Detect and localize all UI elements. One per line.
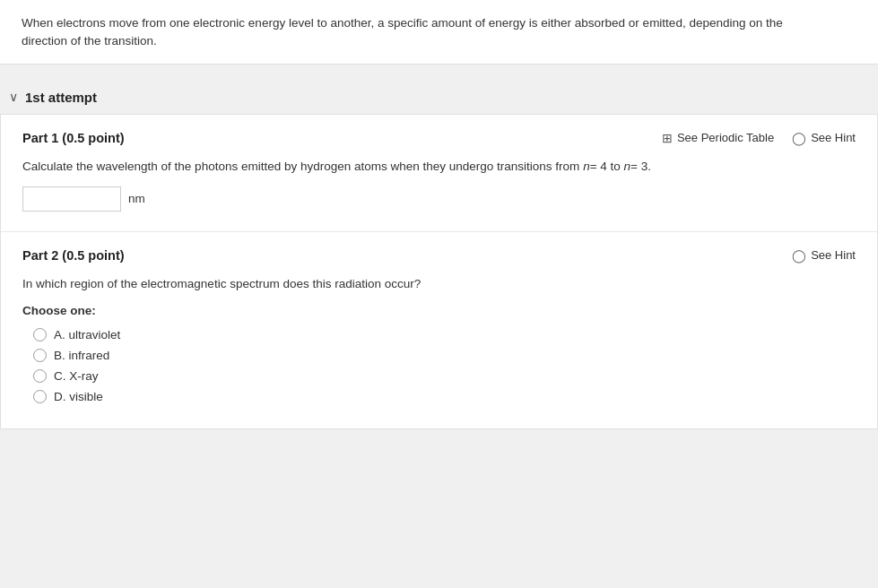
option-c-label: C. X-ray: [54, 369, 99, 383]
part1-hint-label: See Hint: [811, 131, 856, 144]
option-a[interactable]: A. ultraviolet: [33, 328, 856, 342]
part1-question: Calculate the wavelength of the photons …: [22, 158, 856, 176]
periodic-table-icon: ⊞: [662, 131, 673, 145]
option-b[interactable]: B. infrared: [33, 349, 856, 362]
attempt-section: ∨ 1st attempt Part 1 (0.5 point) ⊞ See P…: [0, 65, 878, 430]
part1-hint-link[interactable]: ◯ See Hint: [792, 131, 856, 145]
part1-section: Part 1 (0.5 point) ⊞ See Periodic Table …: [1, 115, 877, 232]
periodic-table-label: See Periodic Table: [677, 131, 774, 144]
option-d[interactable]: D. visible: [33, 390, 856, 403]
wavelength-input[interactable]: [22, 186, 121, 212]
n1-variable: n: [583, 160, 590, 173]
parts-container: Part 1 (0.5 point) ⊞ See Periodic Table …: [0, 114, 878, 430]
options-list: A. ultraviolet B. infrared C. X-ray D. v…: [22, 328, 856, 403]
hint-icon-part1: ◯: [792, 131, 806, 145]
option-d-label: D. visible: [54, 390, 103, 403]
part2-hint-link[interactable]: ◯ See Hint: [792, 248, 856, 263]
periodic-table-link[interactable]: ⊞ See Periodic Table: [662, 131, 774, 145]
part2-section: Part 2 (0.5 point) ◯ See Hint In which r…: [1, 232, 877, 428]
part2-hint-label: See Hint: [811, 248, 856, 262]
wavelength-input-row: nm: [22, 186, 856, 212]
n2-variable: n: [624, 160, 631, 173]
radio-c[interactable]: [33, 369, 47, 383]
attempt-header[interactable]: ∨ 1st attempt: [0, 81, 878, 114]
part2-question: In which region of the electromagnetic s…: [22, 275, 856, 293]
option-a-label: A. ultraviolet: [54, 328, 120, 342]
intro-section: When electrons move from one electronic …: [0, 0, 878, 65]
part2-header-row: Part 2 (0.5 point) ◯ See Hint: [22, 248, 856, 263]
option-b-label: B. infrared: [54, 349, 109, 362]
part1-tools: ⊞ See Periodic Table ◯ See Hint: [662, 131, 856, 145]
intro-text: When electrons move from one electronic …: [22, 14, 829, 51]
attempt-label: 1st attempt: [25, 90, 97, 105]
page-container: When electrons move from one electronic …: [0, 0, 878, 588]
option-c[interactable]: C. X-ray: [33, 369, 856, 383]
part1-header-row: Part 1 (0.5 point) ⊞ See Periodic Table …: [22, 131, 856, 145]
part1-title: Part 1 (0.5 point): [22, 131, 125, 145]
part2-title: Part 2 (0.5 point): [22, 248, 125, 263]
radio-a[interactable]: [33, 328, 47, 342]
unit-label: nm: [128, 192, 145, 205]
radio-b[interactable]: [33, 349, 47, 362]
choose-label: Choose one:: [22, 304, 856, 317]
chevron-down-icon: ∨: [9, 90, 18, 104]
hint-icon-part2: ◯: [792, 248, 806, 263]
radio-d[interactable]: [33, 390, 47, 403]
